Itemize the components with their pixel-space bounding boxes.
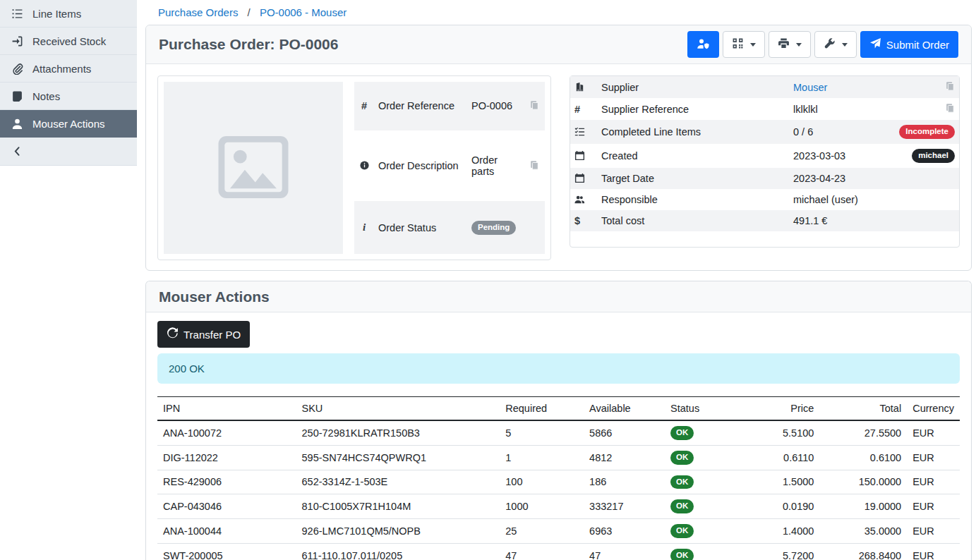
qr-code-icon: [732, 37, 744, 51]
supplier-link[interactable]: Mouser: [793, 82, 827, 93]
supplier-info-box: Supplier Mouser # Supplier Reference lkl…: [570, 75, 960, 248]
dollar-icon: $: [570, 210, 597, 231]
order-details-section: # Order Reference PO-0006 Order Descript…: [146, 64, 971, 270]
breadcrumb: Purchase Orders / PO-0006 - Mouser: [145, 0, 972, 25]
cell-available: 5866: [584, 420, 665, 445]
calendar-icon: [570, 144, 597, 168]
table-row: ANA-100072 250-72981KLRATR150B3 5 5866 O…: [157, 420, 960, 445]
order-info-box: # Order Reference PO-0006 Order Descript…: [157, 75, 551, 260]
copy-icon[interactable]: [945, 103, 955, 115]
detail-value: 0 / 6: [789, 120, 880, 144]
detail-label: Supplier Reference: [597, 98, 789, 120]
copy-icon[interactable]: [945, 81, 955, 93]
column-header-ipn: IPN: [157, 397, 296, 421]
cell-ipn: CAP-043046: [157, 494, 296, 519]
list-ol-icon: [11, 8, 23, 20]
sidebar-collapse-button[interactable]: [0, 138, 137, 166]
header-actions: Submit Order: [687, 31, 958, 58]
table-row: CAP-043046 810-C1005X7R1H104M 1000 33321…: [157, 494, 960, 519]
cell-total: 268.8400: [819, 543, 907, 560]
cell-currency: EUR: [907, 470, 960, 494]
detail-row-target-date: Target Date 2023-04-23: [570, 168, 959, 189]
paper-plane-icon: [869, 37, 881, 51]
submit-order-button[interactable]: Submit Order: [860, 31, 958, 58]
detail-row-order-description: Order Description Order parts: [354, 130, 545, 201]
chevron-down-icon: [842, 43, 848, 47]
cell-sku: 595-SN74HCS74QPWRQ1: [296, 445, 500, 470]
sidebar-item-notes[interactable]: Notes: [0, 83, 137, 110]
order-image-placeholder[interactable]: [164, 82, 343, 254]
cell-sku: 926-LMC7101QM5/NOPB: [296, 519, 500, 544]
image-placeholder-icon: [207, 121, 300, 216]
cell-required: 100: [500, 470, 584, 494]
table-row: RES-429006 652-3314Z-1-503E 100 186 OK 1…: [157, 470, 960, 494]
user-roles-button[interactable]: [687, 31, 719, 58]
cell-sku: 611-110.107.011/0205: [296, 543, 500, 560]
cell-price: 5.5100: [737, 420, 820, 445]
cell-currency: EUR: [907, 543, 960, 560]
sidebar-item-attachments[interactable]: Attachments: [0, 55, 137, 83]
copy-icon[interactable]: [529, 100, 539, 112]
detail-row-completed-line-items: Completed Line Items 0 / 6 Incomplete: [570, 120, 959, 144]
order-actions-button[interactable]: [814, 31, 857, 58]
user-shield-icon: [697, 38, 710, 51]
print-actions-button[interactable]: [769, 31, 811, 58]
purchase-order-card: Purchase Order: PO-0006: [145, 25, 972, 271]
cell-available: 186: [584, 470, 665, 494]
user-icon: [11, 118, 23, 130]
cell-sku: 652-3314Z-1-503E: [296, 470, 500, 494]
cell-ipn: DIG-112022: [157, 445, 296, 470]
status-alert: 200 OK: [157, 353, 960, 384]
submit-order-label: Submit Order: [886, 39, 949, 51]
building-icon: [570, 76, 597, 98]
app-window: Line Items Received Stock Attachments No…: [0, 0, 976, 560]
detail-label: Target Date: [597, 168, 789, 189]
detail-value: lklklkl: [789, 98, 880, 120]
main-content: Purchase Orders / PO-0006 - Mouser Purch…: [137, 0, 976, 560]
cell-currency: EUR: [907, 420, 960, 445]
detail-value: 491.1 €: [789, 210, 880, 231]
breadcrumb-link-purchase-orders[interactable]: Purchase Orders: [158, 6, 238, 18]
detail-label: Order Status: [374, 201, 467, 254]
chevron-left-icon: [11, 145, 23, 157]
barcode-actions-button[interactable]: [723, 31, 765, 58]
sidebar-item-line-items[interactable]: Line Items: [0, 0, 137, 28]
breadcrumb-link-current-order[interactable]: PO-0006 - Mouser: [260, 6, 347, 18]
sidebar-item-mouser-actions[interactable]: Mouser Actions: [0, 110, 137, 138]
detail-value: 2023-04-23: [789, 168, 880, 189]
detail-label: Order Description: [374, 130, 467, 201]
paperclip-icon: [11, 63, 23, 75]
table-row: DIG-112022 595-SN74HCS74QPWRQ1 1 4812 OK…: [157, 445, 960, 470]
order-status-badge: Pending: [471, 221, 516, 235]
cell-total: 35.0000: [819, 519, 907, 544]
copy-icon[interactable]: [529, 160, 539, 172]
cell-available: 4812: [584, 445, 665, 470]
cell-required: 5: [500, 420, 584, 445]
cell-total: 150.0000: [819, 470, 907, 494]
detail-row-total-cost: $ Total cost 491.1 €: [570, 210, 959, 231]
cell-ipn: ANA-100072: [157, 420, 296, 445]
mouser-actions-card: Mouser Actions Transfer PO 200 OK: [145, 281, 972, 560]
transfer-po-button[interactable]: Transfer PO: [157, 321, 250, 348]
detail-label: Created: [597, 144, 789, 168]
sidebar-item-label: Received Stock: [32, 35, 106, 47]
cell-required: 1: [500, 445, 584, 470]
cell-price: 1.4000: [737, 519, 820, 544]
sidebar-item-label: Notes: [32, 90, 60, 102]
cell-total: 0.6100: [819, 445, 907, 470]
column-header-available: Available: [584, 397, 665, 421]
sidebar-item-received-stock[interactable]: Received Stock: [0, 28, 137, 55]
sidebar-item-label: Attachments: [32, 63, 91, 75]
sidebar: Line Items Received Stock Attachments No…: [0, 0, 137, 560]
detail-row-order-status: i Order Status Pending: [354, 201, 545, 254]
cell-ipn: SWT-200005: [157, 543, 296, 560]
refresh-icon: [167, 327, 179, 341]
mouser-actions-header: Mouser Actions: [146, 281, 971, 312]
calendar-icon: [570, 168, 597, 189]
column-header-currency: Currency: [907, 397, 960, 421]
note-icon: [11, 90, 23, 102]
cell-available: 47: [584, 543, 665, 560]
detail-row-created: Created 2023-03-03 michael: [570, 144, 959, 168]
column-header-total: Total: [819, 397, 907, 421]
detail-label: Order Reference: [374, 82, 467, 130]
